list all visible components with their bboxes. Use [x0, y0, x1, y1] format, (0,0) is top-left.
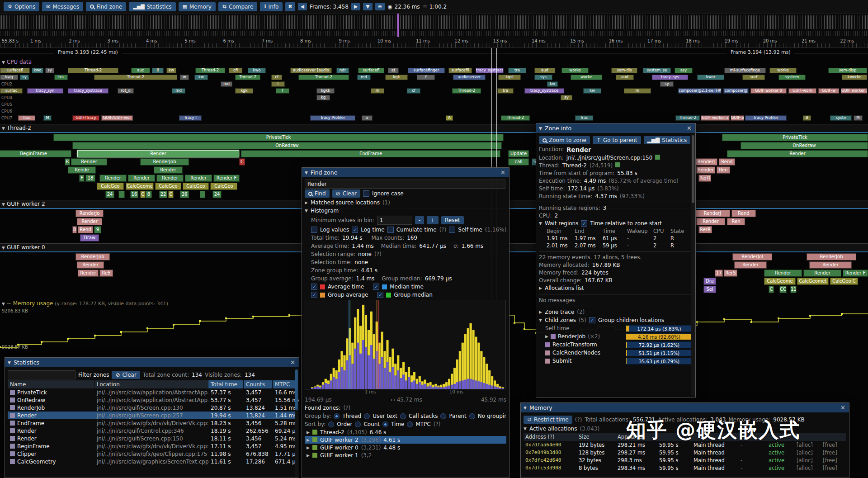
zone-bar[interactable]: 8 — [72, 226, 77, 233]
series-checkbox-group-average[interactable]: ✓ — [311, 292, 317, 298]
zone-bar[interactable]: PrivateTick — [722, 134, 868, 141]
zone-bar[interactable]: CalcGeome — [126, 183, 154, 190]
series-checkbox-group-median[interactable]: ✓ — [377, 292, 383, 298]
zone-bar[interactable]: Render — [727, 150, 868, 157]
toolbar-button-options[interactable]: ⚙Options — [4, 2, 39, 11]
zone-bar[interactable]: RenderJ — [695, 158, 717, 166]
zone-bar[interactable]: F — [79, 175, 85, 182]
cpu-zone[interactable]: syste — [830, 115, 852, 121]
restrict-time-button[interactable]: ↺ Restrict time — [524, 416, 572, 424]
cpu-zone[interactable]: GUIF/GUIF-wor — [101, 115, 133, 121]
cpu-zone[interactable]: kw — [194, 75, 208, 80]
cpu-zone[interactable]: kgk — [235, 88, 253, 94]
radio-parent[interactable] — [440, 413, 446, 419]
child-zones-header[interactable]: ▼ Child zones (5) ✓ Group children locat… — [539, 316, 693, 324]
cpu-zone[interactable]: kgkk — [316, 88, 335, 94]
time-relative-checkbox[interactable]: ✓ — [581, 220, 587, 227]
zone-bar[interactable]: Render — [99, 175, 127, 182]
frame-markers-row[interactable]: Frame 3,193 (22.45 ms) Frame 3,194 (13.9… — [0, 48, 868, 57]
zone-bar[interactable]: C — [239, 158, 245, 166]
cpu-zone[interactable]: cf — [271, 75, 282, 80]
collapse-icon[interactable]: ▼ — [539, 126, 542, 131]
cpu-zone[interactable]: kwo — [248, 68, 266, 73]
zone-bar[interactable]: Draw — [80, 234, 99, 241]
cpu-zone[interactable]: md — [357, 75, 371, 80]
cpu-zone[interactable]: aud — [616, 75, 634, 80]
table-row[interactable]: PrivateTickjni/../jni/src/claw/applicati… — [8, 388, 296, 396]
frame-label-a[interactable]: Frame 3,193 (22.45 ms) — [54, 49, 122, 55]
zone-bar[interactable] — [200, 191, 205, 198]
matched-source-locations[interactable]: ▶ Matched source locations (1) — [305, 199, 506, 207]
thread-value[interactable]: Thread-2 — [562, 162, 587, 169]
cpu-zone[interactable]: f — [276, 88, 289, 94]
child-zone-row[interactable]: Submit35.63 μs (0.79%) — [539, 357, 693, 365]
cpu-zone[interactable]: kg — [316, 95, 330, 100]
cpu-zone[interactable]: Thread-2 — [298, 75, 349, 80]
cpu-zone[interactable]: surf — [742, 75, 765, 80]
statistics-titlebar[interactable]: ▼ Statistics ✕ — [5, 358, 299, 367]
zone-bar[interactable]: Ren — [717, 166, 730, 174]
cpu-zone[interactable]: system_se — [643, 68, 671, 73]
zone-bar[interactable]: Dra — [703, 278, 716, 285]
toolbar-button-tools[interactable]: ✖ — [285, 2, 295, 11]
find-button[interactable]: Find — [305, 189, 330, 198]
cpu-zone[interactable]: GUIF worker 0 — [750, 88, 787, 94]
table-row[interactable]: CalcGeometryjni/../jni/src/claw/graphics… — [8, 458, 296, 465]
cpu-zone[interactable]: Thread-2 — [501, 115, 530, 121]
cpu-zone[interactable]: GUIF-work — [788, 88, 816, 94]
cpu-zone[interactable]: surfacefli — [448, 68, 472, 73]
table-row[interactable]: BeginFramejni/../jni/src/claw/gfx/drv/vk… — [8, 442, 296, 450]
zone-bar[interactable]: C — [769, 286, 774, 293]
zone-bar[interactable]: 8 — [146, 191, 152, 198]
zone-bar[interactable]: RenderJob — [140, 158, 189, 166]
radio-user-text[interactable] — [364, 413, 370, 419]
found-zone-group[interactable]: ▶GUIF worker 0(3,231)4.48 s — [305, 444, 506, 451]
zone-bar[interactable]: Render — [78, 270, 99, 277]
zone-bar[interactable]: CalcGeo — [155, 183, 181, 190]
min-bin-input[interactable] — [377, 216, 412, 225]
cpu-zone[interactable]: audioserver — [453, 75, 486, 80]
zone-bar[interactable]: RerR — [698, 175, 711, 182]
cpu-zone[interactable]: kw — [583, 88, 601, 94]
cpu-zone[interactable]: GUIF/Tracy — [72, 115, 99, 121]
zone-bar[interactable]: 24 — [212, 191, 222, 198]
cpu-zone[interactable]: GUIF-w — [731, 115, 744, 121]
column-header-size[interactable]: Size — [577, 433, 616, 441]
cpu-zone[interactable]: et — [388, 68, 399, 73]
zone-bar[interactable]: RenderJ — [695, 210, 730, 217]
zone-bar[interactable]: Render — [764, 270, 802, 277]
collapse-icon[interactable]: ▼ — [524, 406, 527, 410]
clear-button[interactable]: ⊘Clear — [332, 189, 360, 198]
cpu-zone[interactable]: asy — [675, 68, 693, 73]
cpu-zone[interactable]: sy — [561, 95, 572, 100]
column-header-name[interactable]: Name — [8, 380, 94, 388]
toolbar-button-statistics[interactable]: ▂▅▇Statistics — [129, 2, 175, 11]
cpu-zone[interactable]: il — [152, 68, 164, 73]
cpu-zone[interactable]: kwo — [32, 68, 43, 73]
allocation-row[interactable]: 0x7e049b3d00128 bytes298.27 ms59.95 sMai… — [524, 449, 846, 456]
zone-bar[interactable]: Render F — [213, 175, 240, 182]
statistics-button[interactable]: ▂▅▇Statistics — [644, 136, 691, 144]
toolbar-button-info[interactable]: ℹInfo — [260, 2, 283, 11]
frame-overview-strip[interactable] — [0, 14, 868, 37]
cpu-zone[interactable]: B — [803, 115, 811, 121]
found-zone-group[interactable]: ▶GUIF worker 1(3,2 — [305, 451, 506, 459]
zone-bar[interactable]: 16 — [130, 191, 138, 198]
child-zone-row[interactable]: RecalcTransform72.92 μs (1.62%) — [539, 341, 693, 349]
radio-count[interactable] — [355, 421, 361, 427]
cpu-zone[interactable]: cfi — [229, 68, 242, 73]
zone-bar[interactable]: OnRedraw — [72, 142, 502, 149]
cpu-zone[interactable]: w — [180, 75, 189, 80]
zone-bar[interactable]: Render — [185, 175, 212, 182]
cpu-zone[interactable]: f — [417, 75, 435, 80]
zone-bar[interactable]: 24 — [105, 191, 114, 198]
cpu-zone[interactable]: kworke — [842, 75, 867, 80]
table-row[interactable]: Renderjni/../jni/src/guif/Control.cpp:34… — [8, 427, 296, 435]
checkbox-self-time[interactable]: ✓ — [449, 227, 455, 233]
cpu-zone[interactable]: kw — [547, 81, 558, 87]
close-icon[interactable]: ✕ — [500, 169, 506, 176]
zone-bar[interactable]: 22 — [159, 191, 167, 198]
min-bin-increase-button[interactable]: + — [427, 216, 439, 224]
focus-frame-button[interactable]: ⊕ — [375, 3, 385, 10]
find-zone-titlebar[interactable]: ▼ Find zone ✕ — [302, 168, 509, 177]
